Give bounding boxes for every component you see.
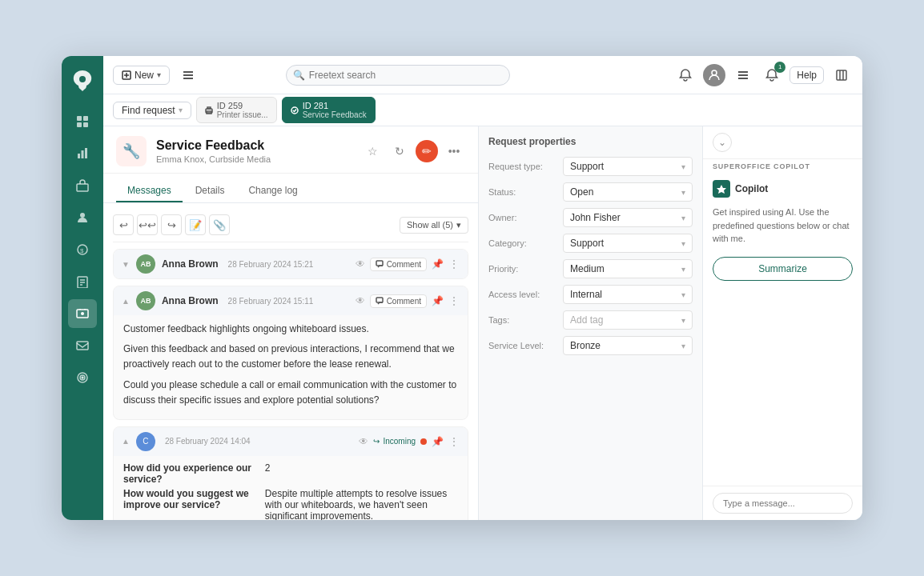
owner-text: John Fisher xyxy=(570,212,621,223)
prop-category: Category: Support ▾ xyxy=(488,234,693,253)
comment-icon-1 xyxy=(376,260,384,268)
tab1-id: ID 259 xyxy=(217,101,268,110)
category-text: Support xyxy=(570,238,604,249)
sidebar-item-contacts[interactable] xyxy=(68,203,97,232)
category-value[interactable]: Support ▾ xyxy=(563,234,693,253)
request-type-label: Request type: xyxy=(488,162,556,171)
svg-rect-7 xyxy=(85,148,87,158)
priority-value[interactable]: Medium ▾ xyxy=(563,259,693,278)
sidebar-item-sales[interactable]: $ xyxy=(68,235,97,264)
tab-details[interactable]: Details xyxy=(184,180,236,202)
svg-rect-29 xyxy=(738,71,748,73)
survey-header[interactable]: ▲ C 28 February 2024 14:04 👁 ↪ Incoming xyxy=(114,427,468,456)
more-icon-1[interactable]: ⋮ xyxy=(448,258,460,270)
copilot-collapse-button[interactable]: ⌄ xyxy=(713,133,732,152)
new-button[interactable]: New ▾ xyxy=(113,66,170,85)
svg-rect-1 xyxy=(77,116,82,121)
request-type-chevron-icon: ▾ xyxy=(681,162,685,171)
expand-icon[interactable] xyxy=(830,64,853,86)
show-all-button[interactable]: Show all (5) ▾ xyxy=(400,217,468,234)
find-request-button[interactable]: Find request ▾ xyxy=(113,102,191,119)
user-avatar[interactable] xyxy=(703,64,725,86)
sidebar-item-company[interactable] xyxy=(68,171,97,200)
request-type-value[interactable]: Support ▾ xyxy=(563,157,693,176)
new-icon xyxy=(122,70,131,80)
tab-change-log[interactable]: Change log xyxy=(237,180,308,202)
sidebar-item-reports[interactable] xyxy=(68,139,97,168)
message-2-para2: Given this feedback and based on previou… xyxy=(123,342,458,372)
eye-icon-1: 👁 xyxy=(356,258,365,270)
menu-icon[interactable] xyxy=(732,64,754,86)
search-input[interactable] xyxy=(286,65,510,86)
forward-icon[interactable]: ↪ xyxy=(161,214,182,235)
reply-icon[interactable]: ↩ xyxy=(113,214,134,235)
note-icon[interactable]: 📝 xyxy=(185,214,206,235)
svg-rect-18 xyxy=(77,342,88,350)
red-dot-icon xyxy=(420,438,427,445)
attach-icon[interactable]: 📎 xyxy=(209,214,230,235)
copilot-body: Copilot Get inspired using AI. Use the p… xyxy=(703,170,862,486)
copilot-input[interactable] xyxy=(713,493,853,514)
more-icon-3[interactable]: ⋮ xyxy=(448,435,460,448)
properties-panel: Request properties Request type: Support… xyxy=(478,126,702,520)
help-button[interactable]: Help xyxy=(789,66,824,84)
copilot-logo-row: Copilot xyxy=(713,180,853,198)
tab-id281[interactable]: ID 281 Service Feedback xyxy=(282,97,376,123)
topbar: New ▾ 🔍 xyxy=(103,56,862,94)
request-header: 🔧 Service Feedback Emma Knox, Curbside M… xyxy=(103,126,478,174)
alert-notifications-button[interactable]: 1 xyxy=(761,64,783,86)
sidebar-item-requests[interactable] xyxy=(68,267,97,296)
message-item-1: ▼ AB Anna Brown 28 February 2024 15:21 👁… xyxy=(113,249,468,279)
message-2-header[interactable]: ▲ AB Anna Brown 28 February 2024 15:11 👁… xyxy=(114,286,468,315)
more-icon-2[interactable]: ⋮ xyxy=(448,294,460,307)
request-panel: 🔧 Service Feedback Emma Knox, Curbside M… xyxy=(103,126,478,520)
survey-a2: Despite multiple attempts to resolve iss… xyxy=(265,488,458,520)
survey-item: ▲ C 28 February 2024 14:04 👁 ↪ Incoming xyxy=(113,426,468,520)
pin-icon-3[interactable]: 📌 xyxy=(432,436,444,447)
tab-id259[interactable]: ID 259 Printer issue... xyxy=(196,97,277,123)
summarize-button[interactable]: Summarize xyxy=(713,257,853,281)
survey-row-2: How would you suggest we improve our ser… xyxy=(123,488,458,520)
service-level-chevron-icon: ▾ xyxy=(681,342,685,350)
sidebar-item-goals[interactable] xyxy=(68,363,97,392)
message-1-actions: 👁 Comment 📌 ⋮ xyxy=(356,258,460,271)
tags-value[interactable]: Add tag ▾ xyxy=(563,310,693,330)
survey-row-1: How did you experience our service? 2 xyxy=(123,462,458,485)
sidebar-item-service[interactable] xyxy=(68,299,97,328)
more-options-icon[interactable]: ••• xyxy=(443,140,465,162)
messages-area: ↩ ↩↩ ↪ 📝 📎 Show all (5) ▾ xyxy=(103,203,478,520)
collapse-icon-1: ▼ xyxy=(122,260,130,269)
pin-icon-2[interactable]: 📌 xyxy=(432,295,444,306)
comment-badge-2[interactable]: Comment xyxy=(370,294,427,308)
tab-messages[interactable]: Messages xyxy=(116,180,183,202)
survey-q2: How would you suggest we improve our ser… xyxy=(123,488,252,520)
status-label: Status: xyxy=(488,187,556,197)
status-chevron-icon: ▾ xyxy=(681,188,685,197)
message-2-date: 28 February 2024 15:11 xyxy=(228,297,314,306)
pin-icon-1[interactable]: 📌 xyxy=(432,258,444,270)
svg-rect-4 xyxy=(83,122,88,127)
edit-icon[interactable]: ✏ xyxy=(416,140,438,162)
comment-badge-1[interactable]: Comment xyxy=(370,258,427,271)
list-view-icon[interactable] xyxy=(176,63,200,87)
reply-all-icon[interactable]: ↩↩ xyxy=(137,214,158,235)
refresh-icon[interactable]: ↻ xyxy=(388,140,411,162)
sidebar-item-dashboard[interactable] xyxy=(68,107,97,136)
access-value[interactable]: Internal ▾ xyxy=(563,285,693,304)
collapse-icon-3: ▲ xyxy=(122,437,130,446)
tab2-id: ID 281 xyxy=(303,101,367,110)
service-level-value[interactable]: Bronze ▾ xyxy=(563,336,693,355)
collapse-icon-2: ▲ xyxy=(122,297,130,306)
tab-printer-icon xyxy=(205,106,213,114)
owner-value[interactable]: John Fisher ▾ xyxy=(563,208,693,227)
message-2-sender: Anna Brown xyxy=(162,295,219,306)
star-icon[interactable]: ☆ xyxy=(361,140,384,162)
message-1-header[interactable]: ▼ AB Anna Brown 28 February 2024 15:21 👁… xyxy=(114,250,468,278)
comment-icon-2 xyxy=(376,297,384,305)
status-value[interactable]: Open ▾ xyxy=(563,182,693,202)
search-bar: 🔍 xyxy=(286,65,510,86)
notification-badge: 1 xyxy=(774,62,785,73)
sidebar-item-mail[interactable] xyxy=(68,331,97,360)
show-all-label: Show all (5) xyxy=(407,220,453,230)
notifications-button[interactable] xyxy=(674,64,697,86)
